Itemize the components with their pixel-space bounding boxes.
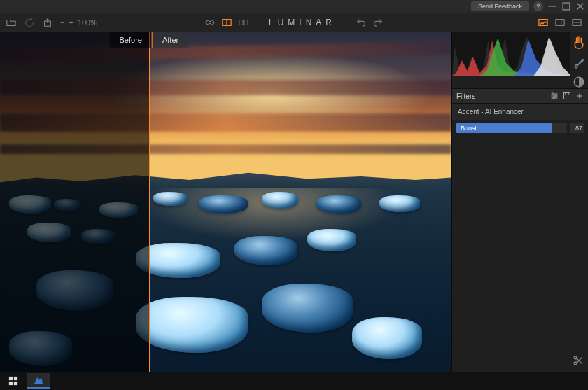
gradient-tool-icon[interactable] (573, 76, 585, 88)
svg-rect-11 (556, 19, 564, 25)
revert-icon[interactable] (24, 17, 35, 28)
app-title: LUMINAR (269, 18, 336, 27)
layers-panel-icon[interactable] (571, 17, 582, 28)
svg-rect-9 (244, 20, 248, 25)
presets-panel-icon[interactable] (538, 17, 549, 28)
side-panel-icon[interactable] (554, 17, 566, 28)
minimize-button[interactable] (547, 1, 557, 11)
histogram[interactable] (452, 32, 570, 76)
compare-divider[interactable] (149, 32, 150, 372)
send-feedback-button[interactable]: Send Feedback (471, 1, 529, 11)
close-button[interactable] (575, 1, 585, 11)
svg-rect-30 (9, 382, 13, 385)
filter-name-label[interactable]: Accent - AI Enhancer (452, 104, 588, 120)
redo-icon[interactable] (372, 17, 384, 28)
svg-point-20 (555, 95, 556, 97)
hand-tool-icon[interactable] (573, 36, 585, 49)
filters-save-icon[interactable] (563, 92, 571, 100)
boost-slider-value[interactable]: 87 (570, 123, 584, 133)
help-button[interactable]: ? (533, 1, 543, 11)
export-icon[interactable] (42, 17, 53, 28)
svg-rect-29 (14, 377, 18, 380)
luminar-taskbar-icon[interactable] (27, 373, 50, 389)
svg-rect-8 (239, 20, 243, 25)
svg-point-21 (553, 97, 554, 99)
boost-slider[interactable]: Boost (456, 123, 567, 133)
svg-point-5 (209, 21, 211, 24)
svg-point-26 (574, 356, 577, 359)
eye-preview-icon[interactable] (204, 17, 216, 28)
compare-labels: Before After (110, 32, 189, 48)
undo-icon[interactable] (356, 17, 367, 28)
boost-slider-label: Boost (461, 123, 477, 133)
open-folder-icon[interactable] (6, 17, 17, 28)
before-label: Before (110, 32, 152, 48)
filters-settings-icon[interactable] (550, 92, 559, 100)
compare-side-icon[interactable] (238, 17, 249, 28)
add-filter-icon[interactable] (575, 92, 584, 100)
maximize-button[interactable] (561, 1, 571, 11)
image-canvas[interactable]: Before After (0, 32, 451, 372)
crop-tool-icon[interactable] (573, 355, 584, 368)
zoom-value: 100% (78, 18, 97, 27)
svg-rect-23 (566, 93, 569, 95)
zoom-in-button[interactable]: + (69, 18, 73, 27)
svg-rect-28 (9, 377, 13, 380)
svg-point-27 (574, 362, 577, 365)
svg-point-19 (552, 93, 554, 95)
after-label: After (152, 32, 188, 48)
windows-start-button[interactable] (1, 373, 25, 389)
svg-rect-1 (563, 3, 570, 10)
brush-tool-icon[interactable] (573, 56, 585, 69)
svg-rect-22 (564, 93, 570, 99)
compare-split-icon[interactable] (221, 17, 232, 28)
zoom-out-button[interactable]: − (60, 18, 64, 27)
svg-rect-31 (14, 382, 18, 385)
filters-header-label: Filters (456, 92, 475, 100)
